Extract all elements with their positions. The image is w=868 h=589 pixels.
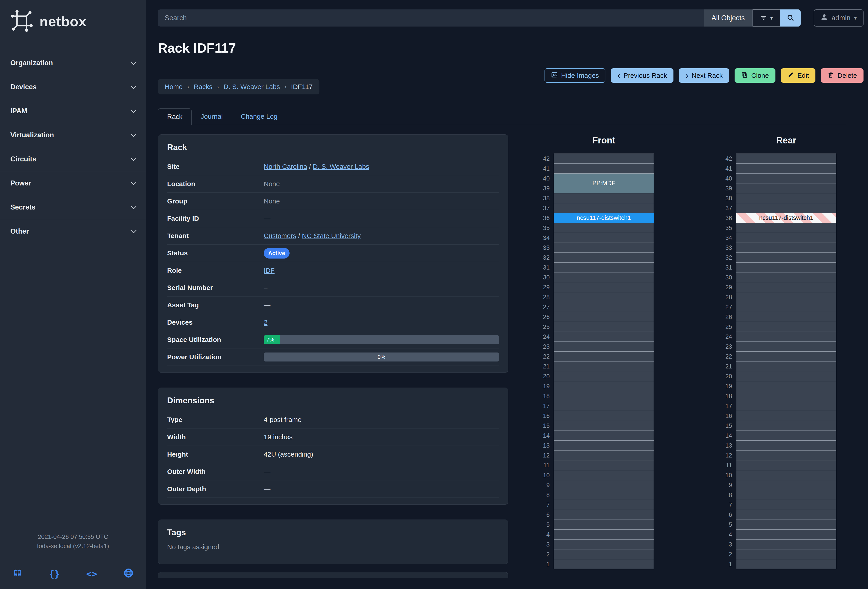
front-elevation: Front 4241403938373635343332313029282726…	[537, 135, 654, 589]
sidebar-item-power[interactable]: Power	[0, 171, 146, 195]
tab-rack[interactable]: Rack	[158, 108, 192, 125]
lifebuoy-icon[interactable]	[124, 568, 133, 580]
rack-unit-number: 39	[719, 184, 736, 193]
rack-unit-number: 41	[719, 164, 736, 173]
breadcrumb-item[interactable]: D. S. Weaver Labs	[223, 83, 280, 90]
sidebar-item-ipam[interactable]: IPAM	[0, 99, 146, 123]
rack-unit	[554, 371, 654, 381]
previous-rack-button[interactable]: ‹ Previous Rack	[611, 68, 673, 83]
code-icon[interactable]: <>	[86, 569, 97, 579]
chevron-down-icon	[130, 83, 137, 89]
tags-empty-text: No tags assigned	[167, 543, 499, 551]
rack-unit	[554, 470, 654, 480]
row-role: Role IDF	[167, 262, 499, 279]
rack-unit	[554, 431, 654, 441]
rack-unit	[554, 401, 654, 411]
tab-journal[interactable]: Journal	[192, 108, 232, 125]
rack-unit	[554, 302, 654, 312]
breadcrumb-item[interactable]: Home	[165, 83, 183, 90]
book-icon[interactable]	[13, 568, 22, 580]
site-link[interactable]: D. S. Weaver Labs	[313, 163, 369, 170]
rack-unit-number: 6	[719, 510, 736, 520]
sidebar-item-circuits[interactable]: Circuits	[0, 147, 146, 171]
rack-unit	[737, 292, 836, 302]
rear-rack-grid: ncsu117-distswitch1	[736, 154, 836, 569]
sidebar-item-label: IPAM	[10, 107, 27, 115]
sidebar-item-secrets[interactable]: Secrets	[0, 195, 146, 219]
rack-unit-number: 25	[719, 322, 736, 332]
rack-unit-number: 24	[719, 332, 736, 342]
rack-unit	[554, 500, 654, 510]
page-title: Rack IDF117	[158, 40, 864, 56]
dimensions-panel: Dimensions Type 4-post frame Width 19 in…	[158, 388, 508, 505]
rack-device[interactable]: PP:MDF	[554, 173, 654, 193]
sidebar-item-other[interactable]: Other	[0, 219, 146, 243]
rack-unit	[737, 223, 836, 233]
sidebar-item-devices[interactable]: Devices	[0, 75, 146, 99]
rack-unit-number: 3	[537, 540, 554, 549]
search-button[interactable]	[780, 9, 801, 27]
rack-unit	[554, 253, 654, 263]
rack-unit-number: 11	[719, 460, 736, 470]
sidebar-footer: 2021-04-26 07:50:55 UTC foda-se.local (v…	[0, 532, 146, 589]
rack-unit-number: 40	[537, 173, 554, 184]
trash-icon-button[interactable]: Delete	[821, 68, 864, 83]
rack-unit	[737, 352, 836, 361]
breadcrumb-item[interactable]: Racks	[193, 83, 212, 90]
rack-unit	[737, 312, 836, 322]
role-link[interactable]: IDF	[264, 266, 275, 274]
site-region-link[interactable]: North Carolina	[264, 163, 307, 170]
rack-unit	[737, 184, 836, 193]
user-name: admin	[832, 14, 850, 22]
action-buttons: Hide Images ‹ Previous Rack › Next Rack …	[545, 68, 864, 83]
tab-change-log[interactable]: Change Log	[232, 108, 286, 125]
rack-unit	[554, 391, 654, 401]
rack-device[interactable]: ncsu117-distswitch1	[554, 213, 654, 223]
user-icon	[820, 13, 828, 23]
search-icon	[787, 14, 794, 22]
rack-unit-number: 29	[719, 283, 736, 292]
edit-button[interactable]: Edit	[781, 68, 816, 83]
sidebar-item-label: Secrets	[10, 203, 35, 211]
rack-unit	[554, 450, 654, 460]
rack-unit	[737, 302, 836, 312]
tenant-link[interactable]: NC State University	[302, 232, 361, 240]
tenant-group-link[interactable]: Customers	[264, 232, 296, 240]
rack-unit-number: 7	[537, 500, 554, 510]
rack-unit-number: 1	[719, 559, 736, 569]
clone-button[interactable]: Clone	[735, 68, 775, 83]
rack-unit	[737, 559, 836, 569]
netbox-logo[interactable]: netbox	[0, 0, 146, 33]
rear-elevation: Rear 42414039383736353433323130292827262…	[719, 135, 836, 589]
rack-device[interactable]: ncsu117-distswitch1	[736, 213, 836, 223]
devices-count-link[interactable]: 2	[264, 318, 267, 326]
braces-icon[interactable]: {}	[49, 569, 60, 579]
hide-images-button[interactable]: Hide Images	[545, 68, 605, 83]
next-rack-button[interactable]: › Next Rack	[679, 68, 729, 83]
power-utilization-bar: 0%	[264, 352, 499, 361]
header-row: Home›Racks›D. S. Weaver Labs›IDF117 Hide…	[158, 68, 864, 95]
rack-unit-number: 7	[719, 500, 736, 510]
user-menu-button[interactable]: admin ▾	[813, 9, 864, 27]
sidebar-item-organization[interactable]: Organization	[0, 51, 146, 75]
rack-unit-number: 34	[719, 233, 736, 243]
status-badge: Active	[264, 248, 289, 259]
rack-unit-number: 23	[537, 342, 554, 352]
rack-unit-number: 24	[537, 332, 554, 342]
rack-unit	[737, 253, 836, 263]
search-input[interactable]	[158, 9, 704, 27]
rack-unit-number: 35	[537, 223, 554, 233]
sidebar-nav: OrganizationDevicesIPAMVirtualizationCir…	[0, 51, 146, 243]
sidebar-item-virtualization[interactable]: Virtualization	[0, 123, 146, 147]
rack-unit	[554, 530, 654, 540]
rack-unit	[554, 411, 654, 421]
rack-unit-number: 3	[719, 540, 736, 549]
rack-unit	[554, 520, 654, 530]
rack-unit	[554, 283, 654, 292]
filter-lines-icon	[760, 14, 768, 22]
row-width: Width 19 inches	[167, 429, 499, 446]
search-filter-button[interactable]: ▾	[753, 9, 780, 27]
front-rack-grid: PP:MDFncsu117-distswitch1	[554, 154, 654, 569]
trash-icon	[827, 71, 834, 80]
sidebar-item-label: Devices	[10, 83, 37, 91]
